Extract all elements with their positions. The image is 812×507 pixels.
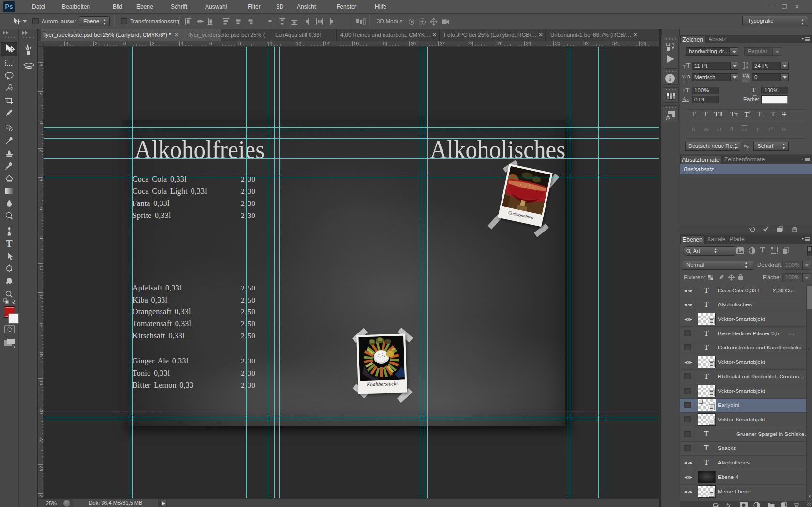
svg-text:A: A	[746, 66, 749, 70]
svg-text:fx: fx	[726, 502, 731, 507]
svg-text:fx: fx	[666, 114, 670, 120]
